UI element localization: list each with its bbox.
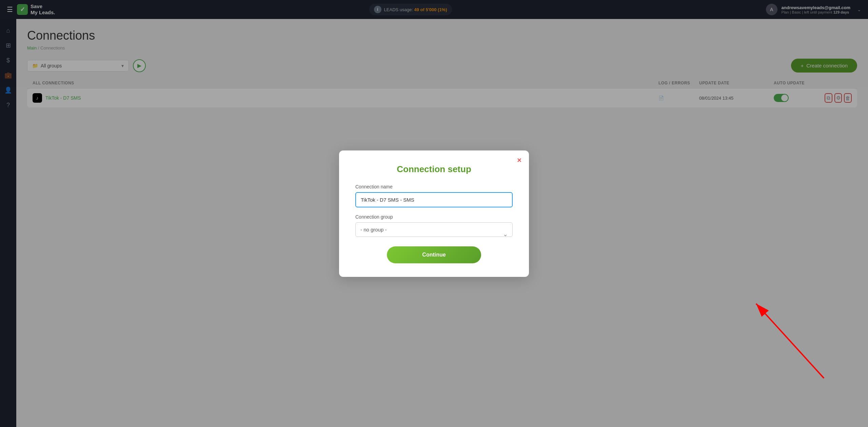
continue-button[interactable]: Continue [387, 246, 481, 263]
connection-setup-modal: × Connection setup Connection name Conne… [339, 150, 529, 277]
connection-group-select-wrap: - no group - [355, 222, 513, 246]
modal-overlay: × Connection setup Connection name Conne… [0, 0, 868, 427]
connection-name-label: Connection name [355, 184, 513, 189]
connection-group-label: Connection group [355, 214, 513, 220]
connection-group-select[interactable]: - no group - [355, 222, 513, 237]
connection-name-input[interactable] [355, 192, 513, 207]
modal-title: Connection setup [355, 164, 513, 175]
close-icon[interactable]: × [517, 157, 521, 164]
